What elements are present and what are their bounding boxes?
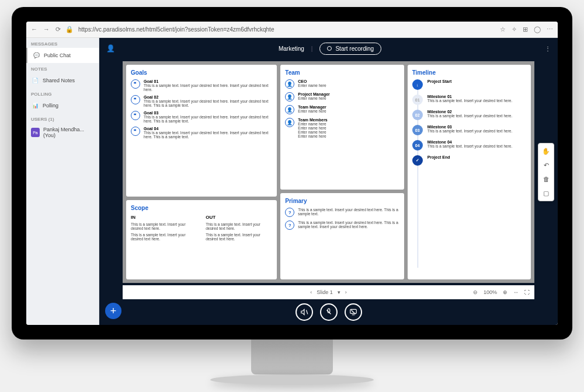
person-icon: 👤 (285, 92, 294, 102)
profile-icon[interactable]: ◯ (534, 26, 541, 33)
fullscreen-icon[interactable]: ⛶ (524, 289, 530, 295)
presentation-icon[interactable]: ▢ (541, 188, 551, 198)
sidebar-item-shared-notes[interactable]: 📄 Shared Notes (26, 73, 99, 88)
zoom-in-icon[interactable]: ⊕ (503, 289, 507, 295)
section-messages: MESSAGES (26, 38, 99, 48)
goal-item: Goal 03This is a sample text. Insert you… (131, 111, 272, 123)
chat-icon: 💬 (32, 51, 40, 60)
extensions-icon[interactable]: ⊞ (523, 26, 528, 33)
section-notes: NOTES (26, 63, 99, 73)
topbar: 👤 Marketing | Start recording ⋮ (99, 38, 558, 59)
main-area: 👤 Marketing | Start recording ⋮ ✋ ↶ 🗑 ▢ (99, 38, 558, 325)
team-item: 👤 CEOEnter name here (285, 79, 399, 89)
flag-icon (131, 95, 140, 104)
favorites-icon[interactable]: ✧ (512, 26, 517, 33)
user-name-label: Pankaj Mendha... (You) (43, 127, 94, 138)
user-icon[interactable]: 👤 (106, 44, 115, 52)
delete-icon[interactable]: 🗑 (541, 174, 551, 184)
scope-out-text: This is a sample text. Insert your desir… (206, 233, 272, 241)
sidebar-item-polling[interactable]: 📊 Polling (26, 98, 99, 113)
timeline-item: 02 Milestone 02This is a sample text. In… (412, 110, 526, 120)
scope-in-text: This is a sample text. Insert your desir… (131, 233, 197, 241)
browser-address-bar: ← → ⟳ 🔒 https://vc.paradisolms.net/html5… (26, 22, 558, 38)
goal-item: Goal 02This is a sample text. Insert you… (131, 95, 272, 107)
primary-item: ? This is a sample text. Insert your des… (285, 208, 399, 217)
team-item: 👤 Project ManagerEnter name here (285, 92, 399, 102)
user-avatar: Pa (31, 128, 40, 137)
timeline-card: Timeline ↓ Project Start 01 Milestone 01… (408, 65, 531, 279)
polling-label: Polling (43, 103, 58, 108)
lock-icon: 🔒 (65, 26, 74, 33)
timeline-bullet: 01 (412, 94, 423, 105)
team-item: 👤 Team ManagerEnter name here (285, 105, 399, 114)
add-button[interactable]: + (105, 303, 121, 319)
mute-button[interactable] (296, 303, 313, 321)
public-chat-label: Public Chat (44, 52, 71, 58)
flag-icon (131, 111, 140, 120)
svg-line-0 (306, 310, 307, 314)
toolbox: ✋ ↶ 🗑 ▢ (538, 143, 554, 201)
star-icon[interactable]: ☆ (500, 26, 506, 33)
timeline-bullet: 04 (412, 140, 423, 150)
timeline-bullet: ✓ (412, 155, 423, 166)
sidebar-item-public-chat[interactable]: 💬 Public Chat (26, 48, 99, 63)
start-recording-label: Start recording (335, 46, 374, 52)
goal-item: Goal 04This is a sample text. Insert you… (131, 127, 272, 139)
primary-title: Primary (285, 198, 399, 204)
options-icon[interactable]: ⋮ (545, 46, 551, 52)
svg-line-1 (326, 310, 331, 314)
team-title: Team (285, 69, 399, 76)
scope-title: Scope (131, 205, 272, 211)
scope-out-label: OUT (206, 215, 272, 220)
section-users: USERS (1) (26, 113, 99, 123)
undo-icon[interactable]: ↶ (541, 160, 551, 170)
flag-icon (131, 127, 140, 136)
notes-icon: 📄 (31, 76, 39, 85)
goals-title: Goals (131, 69, 272, 76)
zoom-level: 100% (484, 289, 497, 295)
goal-item: Goal 01This is a sample text. Insert you… (131, 79, 272, 92)
zoom-out-icon[interactable]: ⊖ (473, 289, 478, 295)
url-text[interactable]: https://vc.paradisolms.net/html5client/j… (78, 26, 495, 33)
sidebar: MESSAGES 💬 Public Chat NOTES 📄 Shared No… (26, 38, 99, 325)
slide-navigation: ‹ Slide 1 ▾ › ⊖ 100% ⊕ ↔ ⛶ (123, 285, 534, 299)
timeline-title: Timeline (412, 69, 526, 76)
scope-out-text: This is a sample text. Insert your desir… (206, 222, 272, 230)
timeline-item: 04 Milestone 04This is a sample text. In… (412, 140, 526, 150)
audio-button[interactable] (320, 303, 338, 321)
team-card: Team 👤 CEOEnter name here 👤 Project Mana… (280, 65, 404, 190)
hand-tool-icon[interactable]: ✋ (541, 146, 551, 156)
record-icon (327, 46, 332, 51)
flag-icon (131, 79, 140, 89)
person-icon: 👤 (285, 118, 294, 127)
person-icon: 👤 (285, 105, 294, 114)
prev-slide-icon[interactable]: ‹ (310, 289, 312, 295)
primary-item: ? This is a sample text. Insert your des… (285, 220, 399, 230)
timeline-item: ✓ Project End (412, 155, 526, 166)
person-icon: 👤 (285, 79, 294, 89)
scope-in-label: IN (131, 215, 197, 220)
timeline-bullet: ↓ (412, 79, 423, 90)
menu-icon[interactable]: ⋯ (547, 26, 553, 33)
next-slide-icon[interactable]: › (345, 289, 347, 295)
sidebar-user-item[interactable]: Pa Pankaj Mendha... (You) (26, 123, 99, 142)
media-controls (99, 299, 558, 325)
slide-dropdown-icon[interactable]: ▾ (338, 289, 340, 295)
section-polling: POLLING (26, 88, 99, 98)
share-screen-button[interactable] (345, 303, 362, 321)
refresh-icon[interactable]: ⟳ (55, 26, 61, 33)
primary-card: Primary ? This is a sample text. Insert … (280, 193, 404, 279)
svg-rect-2 (350, 309, 356, 313)
polling-icon: 📊 (31, 102, 39, 110)
timeline-item: ↓ Project Start (412, 79, 526, 90)
start-recording-button[interactable]: Start recording (319, 43, 381, 55)
forward-icon[interactable]: → (43, 26, 50, 33)
presentation-slide: ✋ ↶ 🗑 ▢ Goals Goal 01This is a sample te… (123, 61, 534, 283)
scope-in-text: This is a sample text. Insert your desir… (131, 222, 197, 230)
question-icon: ? (285, 220, 294, 230)
fit-width-icon[interactable]: ↔ (513, 289, 519, 295)
timeline-bullet: 02 (412, 110, 423, 120)
back-icon[interactable]: ← (31, 26, 37, 33)
scope-card: Scope IN This is a sample text. Insert y… (126, 200, 277, 279)
slide-label[interactable]: Slide 1 (317, 289, 333, 295)
